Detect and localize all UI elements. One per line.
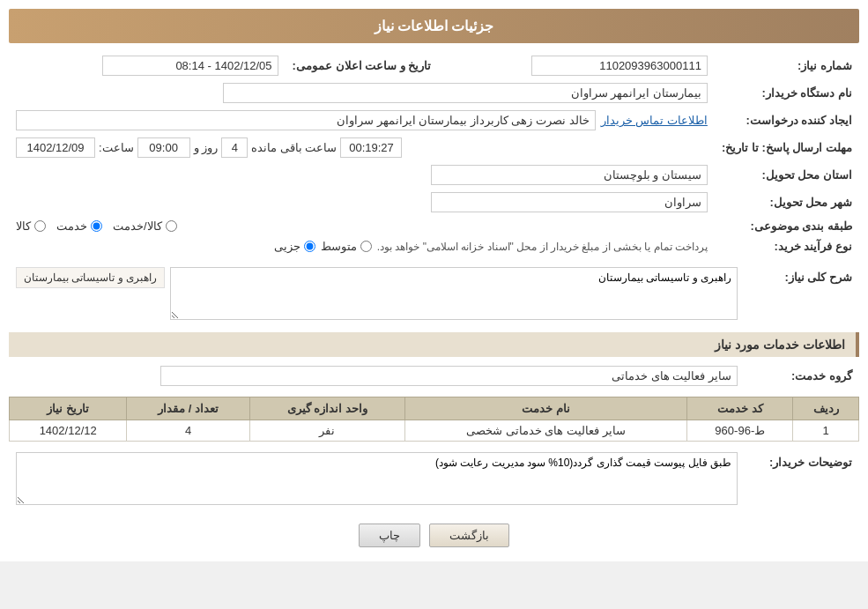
description-label: شرح کلی نیاز: <box>745 264 859 323</box>
category-label: طبقه بندی موضوعی: <box>715 216 859 236</box>
col-header-count: تعداد / مقدار <box>127 397 249 420</box>
cell-unit: نفر <box>249 420 404 442</box>
reply-date-value: 1402/12/09 <box>16 137 95 158</box>
radio-jozii[interactable]: جزیی <box>274 240 315 253</box>
cell-name: سایر فعالیت های خدماتی شخصی <box>404 420 687 442</box>
announce-datetime-label: تاریخ و ساعت اعلان عمومی: <box>286 52 439 79</box>
reply-days-value: 4 <box>221 137 248 158</box>
need-number-label: شماره نیاز: <box>715 52 859 79</box>
radio-motavaset[interactable]: متوسط <box>321 240 372 253</box>
requester-label: ایجاد کننده درخواست: <box>715 107 859 134</box>
announce-datetime-value: 1402/12/05 - 08:14 <box>102 56 278 76</box>
radio-khedmat[interactable]: خدمت <box>56 219 102 233</box>
cell-row: 1 <box>793 420 859 442</box>
requester-value: خالد نصرت زهی کاربرداز بیمارستان ایرانمه… <box>16 110 596 130</box>
col-header-date: تاریخ نیاز <box>10 397 127 420</box>
reply-deadline-label: مهلت ارسال پاسخ: تا تاریخ: <box>715 134 859 161</box>
cell-code: ط-96-960 <box>687 420 793 442</box>
back-button[interactable]: بازگشت <box>429 524 509 547</box>
col-header-row: ردیف <box>793 397 859 420</box>
cell-count: 4 <box>127 420 249 442</box>
purchase-note: پرداخت تمام یا بخشی از مبلغ خریدار از مح… <box>377 241 708 253</box>
reply-time-label: ساعت: <box>99 141 134 154</box>
service-group-label: گروه خدمت: <box>745 362 859 390</box>
city-label: شهر محل تحویل: <box>715 189 859 216</box>
services-table: ردیف کد خدمت نام خدمت واحد اندازه گیری ت… <box>9 397 859 442</box>
col-header-code: کد خدمت <box>687 397 793 420</box>
services-section-header: اطلاعات خدمات مورد نیاز <box>9 332 859 357</box>
col-header-name: نام خدمت <box>404 397 687 420</box>
reply-remaining-value: 00:19:27 <box>340 137 402 158</box>
city-value: سراوان <box>431 192 708 212</box>
description-hint: راهبری و تاسیساتی بیمارستان <box>16 267 165 288</box>
buyer-notes-textarea[interactable] <box>16 452 738 505</box>
contact-link[interactable]: اطلاعات تماس خریدار <box>601 114 708 127</box>
radio-kala[interactable]: کالا <box>16 219 46 233</box>
buyer-name-label: نام دستگاه خریدار: <box>715 79 859 107</box>
print-button[interactable]: چاپ <box>359 524 420 547</box>
radio-kala-khedmat[interactable]: کالا/خدمت <box>113 219 177 233</box>
col-header-unit: واحد اندازه گیری <box>249 397 404 420</box>
reply-remaining-label: ساعت باقی مانده <box>251 141 337 154</box>
reply-time-value: 09:00 <box>137 137 190 158</box>
purchase-type-label: نوع فرآیند خرید: <box>715 236 859 256</box>
description-textarea[interactable] <box>170 267 738 320</box>
service-group-value: سایر فعالیت های خدماتی <box>160 366 738 386</box>
province-label: استان محل تحویل: <box>715 161 859 189</box>
reply-days-label: روز و <box>194 141 219 154</box>
table-row: 1 ط-96-960 سایر فعالیت های خدماتی شخصی ن… <box>10 420 859 442</box>
need-number-value: 1102093963000111 <box>531 56 708 76</box>
buyer-name-value: بیمارستان ایرانمهر سراوان <box>223 83 707 103</box>
cell-date: 1402/12/12 <box>10 420 127 442</box>
buyer-notes-label: توضیحات خریدار: <box>745 449 859 511</box>
page-title: جزئیات اطلاعات نیاز <box>9 9 859 43</box>
province-value: سیستان و بلوچستان <box>431 165 708 185</box>
